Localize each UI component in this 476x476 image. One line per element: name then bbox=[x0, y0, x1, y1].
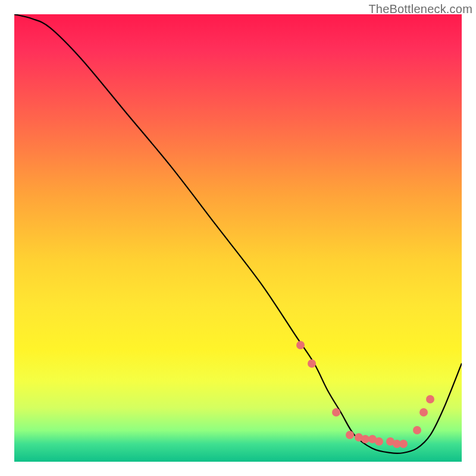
curve-svg bbox=[14, 14, 462, 462]
bottleneck-curve-path bbox=[14, 14, 462, 453]
plot-area bbox=[14, 14, 462, 462]
bottleneck-chart: TheBottleneck.com bbox=[0, 0, 476, 476]
